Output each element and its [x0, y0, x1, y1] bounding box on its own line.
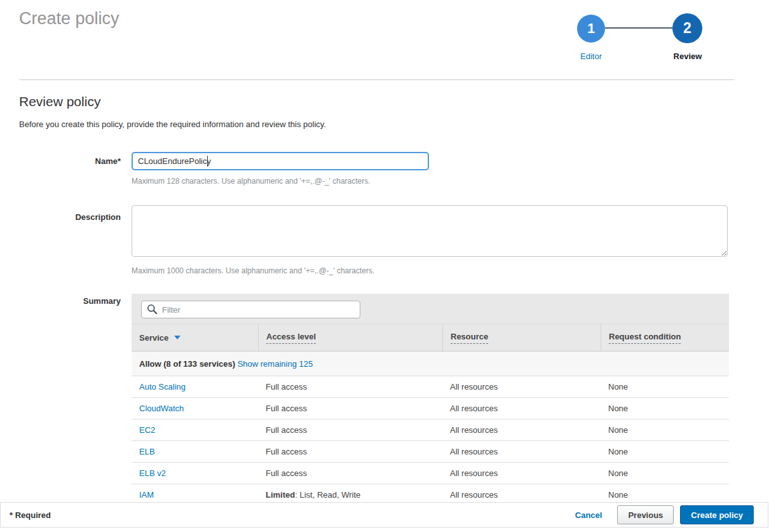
required-note: * Required	[10, 510, 51, 520]
column-header-access-level[interactable]: Access level	[258, 324, 442, 351]
policy-description-textarea[interactable]	[132, 205, 728, 257]
create-policy-button[interactable]: Create policy	[680, 505, 754, 524]
header-divider	[19, 79, 734, 80]
service-link[interactable]: CloudWatch	[139, 404, 184, 413]
request-condition-cell: None	[601, 490, 729, 500]
request-condition-cell: None	[601, 425, 729, 435]
description-label: Description	[0, 212, 121, 222]
table-row: ELB v2 Full access All resources None	[132, 463, 729, 484]
filter-input[interactable]	[141, 301, 360, 318]
column-header-resource[interactable]: Resource	[442, 324, 601, 351]
service-link[interactable]: ELB v2	[139, 468, 166, 478]
footer-actions: Cancel Previous Create policy	[575, 505, 754, 524]
allow-group-summary: Allow (8 of 133 services)	[139, 359, 235, 369]
step-1-editor-circle[interactable]: 1	[577, 15, 605, 43]
resource-cell: All resources	[442, 468, 601, 478]
service-link[interactable]: Auto Scaling	[139, 382, 186, 392]
table-row: ELB Full access All resources None	[132, 441, 729, 463]
search-icon	[147, 304, 158, 315]
table-filter-bar	[132, 294, 729, 324]
column-header-service[interactable]: Service	[132, 324, 258, 351]
resource-cell: All resources	[442, 425, 601, 435]
review-policy-subtitle: Before you create this policy, provide t…	[19, 119, 326, 129]
request-condition-cell: None	[601, 404, 729, 413]
cancel-link[interactable]: Cancel	[575, 510, 602, 520]
footer-action-bar: * Required Cancel Previous Create policy	[0, 502, 768, 528]
access-level-cell: Full access	[258, 447, 442, 456]
name-help-text: Maximum 128 characters. Use alphanumeric…	[132, 177, 371, 186]
step-editor-label[interactable]: Editor	[566, 51, 616, 61]
filter-field-wrap	[141, 301, 360, 318]
page-title: Create policy	[19, 9, 119, 29]
allow-group-row: Allow (8 of 133 services) Show remaining…	[132, 351, 729, 376]
resource-cell: All resources	[442, 490, 601, 500]
show-remaining-link[interactable]: Show remaining 125	[238, 359, 313, 369]
text-cursor	[207, 156, 208, 167]
access-level-cell: Full access	[258, 425, 442, 435]
request-condition-cell: None	[601, 468, 729, 478]
request-condition-cell: None	[601, 382, 729, 392]
step-2-review-circle: 2	[672, 13, 702, 43]
summary-label: Summary	[0, 296, 121, 306]
access-level-cell: Limited: List, Read, Write	[258, 490, 442, 500]
table-row: EC2 Full access All resources None	[132, 419, 729, 441]
table-column-header-row: Service Access level Resource Request co…	[132, 324, 729, 351]
resource-cell: All resources	[442, 382, 601, 392]
step-connector-line	[605, 27, 672, 29]
access-level-cell: Full access	[258, 382, 442, 392]
previous-button[interactable]: Previous	[617, 505, 674, 524]
service-link[interactable]: EC2	[139, 425, 155, 435]
name-label: Name*	[0, 156, 121, 166]
sort-descending-icon	[174, 336, 180, 339]
service-link[interactable]: IAM	[139, 490, 154, 500]
resource-cell: All resources	[442, 404, 601, 413]
table-row: Auto Scaling Full access All resources N…	[132, 376, 729, 398]
step-review-label: Review	[662, 51, 713, 61]
policy-summary-table: Service Access level Resource Request co…	[132, 294, 729, 506]
resource-cell: All resources	[442, 447, 601, 456]
table-row: CloudWatch Full access All resources Non…	[132, 398, 729, 419]
policy-name-input[interactable]	[132, 152, 429, 170]
access-level-cell: Full access	[258, 468, 442, 478]
description-help-text: Maximum 1000 characters. Use alphanumeri…	[132, 266, 374, 275]
access-level-cell: Full access	[258, 404, 442, 413]
request-condition-cell: None	[601, 447, 729, 456]
policy-name-field-wrap	[132, 152, 429, 170]
review-policy-heading: Review policy	[19, 94, 100, 109]
column-header-request-condition[interactable]: Request condition	[601, 324, 729, 351]
service-link[interactable]: ELB	[139, 447, 155, 456]
create-policy-page: Create policy 1 2 Editor Review Review p…	[0, 0, 769, 532]
